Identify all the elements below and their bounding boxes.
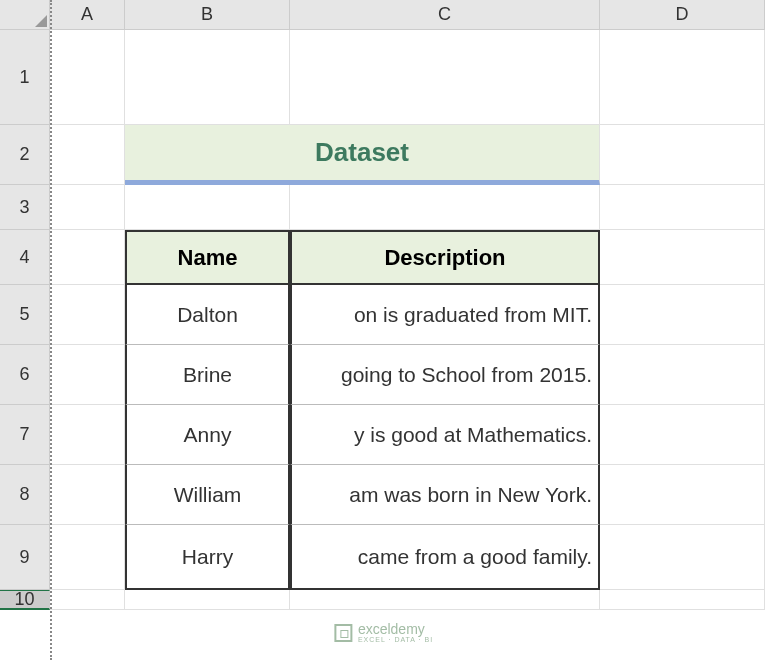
cell-D10[interactable]: [600, 590, 765, 610]
cell-C1[interactable]: [290, 30, 600, 125]
row-header-1[interactable]: 1: [0, 30, 50, 125]
cell-B1[interactable]: [125, 30, 290, 125]
page-break-line: [50, 0, 52, 660]
cell-D8[interactable]: [600, 465, 765, 525]
cell-C3[interactable]: [290, 185, 600, 230]
cell-A2[interactable]: [50, 125, 125, 185]
col-header-C[interactable]: C: [290, 0, 600, 30]
cell-A3[interactable]: [50, 185, 125, 230]
table-row[interactable]: Dalton: [125, 285, 290, 345]
cell-A5[interactable]: [50, 285, 125, 345]
table-row[interactable]: William: [125, 465, 290, 525]
select-all-corner[interactable]: [0, 0, 50, 30]
table-row[interactable]: Brine: [125, 345, 290, 405]
cell-A9[interactable]: [50, 525, 125, 590]
table-row[interactable]: y is good at Mathematics.: [290, 405, 600, 465]
row-header-2[interactable]: 2: [0, 125, 50, 185]
spreadsheet-grid: A B C D 1 2 Dataset 3 4 Name Description…: [0, 0, 767, 610]
cell-D6[interactable]: [600, 345, 765, 405]
watermark: exceldemy EXCEL · DATA · BI: [334, 622, 433, 643]
table-row[interactable]: Harry: [125, 525, 290, 590]
watermark-tagline: EXCEL · DATA · BI: [358, 636, 433, 643]
cell-D7[interactable]: [600, 405, 765, 465]
table-header-name[interactable]: Name: [125, 230, 290, 285]
desc-text: y is good at Mathematics.: [354, 423, 592, 447]
cell-B10[interactable]: [125, 590, 290, 610]
cell-A1[interactable]: [50, 30, 125, 125]
desc-text: going to School from 2015.: [341, 363, 592, 387]
cell-D2[interactable]: [600, 125, 765, 185]
row-header-7[interactable]: 7: [0, 405, 50, 465]
cell-A10[interactable]: [50, 590, 125, 610]
desc-text: came from a good family.: [358, 545, 592, 569]
watermark-logo-icon: [334, 624, 352, 642]
cell-B3[interactable]: [125, 185, 290, 230]
cell-A8[interactable]: [50, 465, 125, 525]
table-row[interactable]: going to School from 2015.: [290, 345, 600, 405]
cell-D3[interactable]: [600, 185, 765, 230]
table-row[interactable]: on is graduated from MIT.: [290, 285, 600, 345]
cell-D9[interactable]: [600, 525, 765, 590]
row-header-9[interactable]: 9: [0, 525, 50, 590]
desc-text: am was born in New York.: [349, 483, 592, 507]
cell-A7[interactable]: [50, 405, 125, 465]
table-row[interactable]: Anny: [125, 405, 290, 465]
col-header-B[interactable]: B: [125, 0, 290, 30]
row-header-10[interactable]: 10: [0, 590, 50, 610]
cell-C10[interactable]: [290, 590, 600, 610]
col-header-D[interactable]: D: [600, 0, 765, 30]
row-header-3[interactable]: 3: [0, 185, 50, 230]
col-header-A[interactable]: A: [50, 0, 125, 30]
cell-A4[interactable]: [50, 230, 125, 285]
row-header-5[interactable]: 5: [0, 285, 50, 345]
row-header-6[interactable]: 6: [0, 345, 50, 405]
cell-D1[interactable]: [600, 30, 765, 125]
table-header-description[interactable]: Description: [290, 230, 600, 285]
cell-D4[interactable]: [600, 230, 765, 285]
desc-text: on is graduated from MIT.: [354, 303, 592, 327]
table-row[interactable]: am was born in New York.: [290, 465, 600, 525]
title-cell[interactable]: Dataset: [125, 125, 600, 185]
watermark-brand: exceldemy: [358, 622, 433, 636]
row-header-4[interactable]: 4: [0, 230, 50, 285]
row-header-8[interactable]: 8: [0, 465, 50, 525]
cell-D5[interactable]: [600, 285, 765, 345]
cell-A6[interactable]: [50, 345, 125, 405]
table-row[interactable]: came from a good family.: [290, 525, 600, 590]
